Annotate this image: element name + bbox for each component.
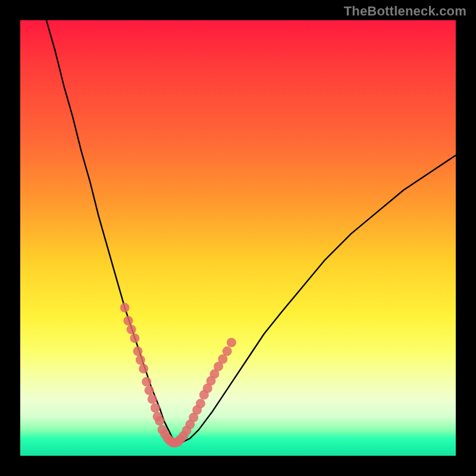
marker-dot (142, 377, 151, 387)
marker-dot (148, 394, 157, 404)
marker-dot (227, 338, 236, 347)
marker-dot (124, 316, 133, 325)
chart-frame: TheBottleneck.com (0, 0, 476, 476)
marker-dot (130, 333, 140, 343)
marker-dot (145, 386, 154, 395)
marker-dot (136, 355, 145, 365)
marker-dot (120, 303, 130, 312)
chart-svg (20, 20, 456, 456)
marker-dot (155, 416, 164, 425)
bottleneck-curve (46, 20, 456, 443)
marker-dot (223, 346, 232, 356)
plot-area (20, 20, 456, 456)
marker-dot (151, 403, 160, 413)
marker-dot (133, 346, 143, 356)
marker-dot (196, 399, 205, 408)
watermark-text: TheBottleneck.com (344, 4, 466, 19)
marker-dot (127, 325, 136, 334)
dense-point-markers (120, 303, 236, 447)
marker-dot (139, 364, 148, 374)
